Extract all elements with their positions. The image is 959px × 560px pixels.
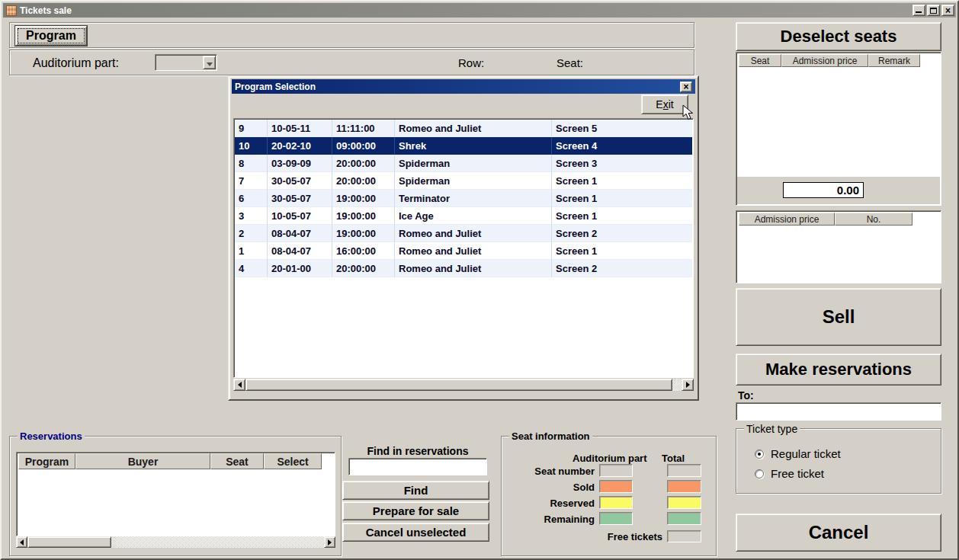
program-cell: Spiderman — [395, 172, 552, 190]
sell-button[interactable]: Sell — [736, 288, 941, 346]
minimize-button[interactable] — [912, 5, 925, 16]
seats-header-remark[interactable]: Remark — [868, 54, 920, 67]
program-cell: Romeo and Juliet — [395, 225, 552, 242]
program-cell: 16:00:00 — [332, 242, 395, 260]
price-header-admission-price[interactable]: Admission price — [739, 213, 835, 226]
scroll-right-button[interactable] — [682, 379, 694, 391]
scroll-right-button[interactable] — [324, 536, 335, 548]
program-cell: 19:00:00 — [332, 190, 395, 207]
scroll-left-button[interactable] — [233, 379, 245, 391]
find-input[interactable] — [348, 458, 487, 475]
deselect-seats-button[interactable]: Deselect seats — [736, 22, 941, 51]
res-header-buyer[interactable]: Buyer — [75, 453, 210, 469]
prepare-for-sale-button[interactable]: Prepare for sale — [342, 501, 489, 520]
program-cell: 20-02-10 — [268, 137, 332, 155]
program-button[interactable]: Program — [15, 26, 87, 46]
app-window: Tickets sale × Program Auditorium part: … — [0, 0, 959, 560]
ticket-type-title: Ticket type — [744, 423, 800, 435]
program-cell: 10 — [235, 137, 268, 155]
exit-button[interactable]: Exit — [641, 94, 688, 114]
program-cell: 6 — [235, 190, 268, 207]
app-icon — [6, 5, 17, 16]
free-tickets-value-box — [667, 530, 701, 542]
program-cell: Romeo and Juliet — [395, 260, 552, 277]
seat-label: Seat: — [556, 56, 583, 69]
total-value-box — [667, 496, 701, 509]
chevron-down-icon — [207, 62, 213, 66]
res-header-program[interactable]: Program — [18, 453, 75, 469]
program-row[interactable]: 803-09-0920:00:00SpidermanScreen 3 — [235, 155, 692, 172]
program-row[interactable]: 208-04-0719:00:00Romeo and JulietScreen … — [235, 225, 692, 242]
program-cell: Screen 5 — [552, 120, 692, 137]
scrollbar-thumb[interactable] — [27, 536, 111, 548]
program-selection-dialog: Program Selection × Exit 910-05-1111:11:… — [228, 75, 699, 401]
program-cell: 03-09-09 — [268, 155, 332, 172]
titlebar[interactable]: Tickets sale × — [3, 3, 956, 18]
program-cell: 3 — [235, 207, 268, 225]
program-cell: 10-05-07 — [268, 207, 332, 225]
maximize-icon — [930, 8, 937, 14]
auditorium-part-column-header: Auditorium part — [573, 453, 647, 464]
program-cell: Screen 1 — [552, 207, 692, 225]
seat-information-title: Seat information — [509, 430, 592, 442]
program-cell: 9 — [235, 120, 268, 137]
seats-header-admission-price[interactable]: Admission price — [781, 54, 868, 67]
to-input[interactable] — [736, 402, 941, 421]
program-cell: 8 — [235, 155, 268, 172]
scrollbar-thumb[interactable] — [245, 379, 672, 391]
ticket-type-option-label: Free ticket — [771, 467, 824, 480]
program-cell: 20:00:00 — [332, 260, 395, 277]
dialog-close-button[interactable]: × — [680, 82, 692, 92]
program-cell: Screen 2 — [552, 260, 692, 277]
radio-icon[interactable] — [755, 469, 764, 478]
program-cell: Screen 1 — [552, 242, 692, 260]
close-button[interactable]: × — [941, 5, 954, 16]
seats-header-seat[interactable]: Seat — [739, 54, 781, 67]
program-cell: 30-05-07 — [268, 172, 332, 190]
ticket-type-option[interactable]: Regular ticket — [755, 447, 841, 460]
program-cell: 10-05-11 — [268, 120, 332, 137]
exit-label-rest: it — [669, 98, 674, 110]
program-cell: Romeo and Juliet — [395, 242, 552, 260]
program-row[interactable]: 108-04-0716:00:00Romeo and JulietScreen … — [235, 242, 692, 260]
menu-bar: Program — [9, 22, 694, 48]
arrow-left-icon — [238, 382, 242, 388]
maximize-button[interactable] — [927, 5, 940, 16]
program-cell: 2 — [235, 225, 268, 242]
ticket-type-group: Ticket type Regular ticketFree ticket — [736, 428, 941, 494]
find-button[interactable]: Find — [342, 481, 489, 500]
program-cell: 19:00:00 — [332, 225, 395, 242]
scroll-left-button[interactable] — [16, 536, 27, 548]
program-row[interactable]: 730-05-0720:00:00SpidermanScreen 1 — [235, 172, 692, 190]
price-header-no[interactable]: No. — [835, 213, 912, 226]
radio-icon[interactable] — [755, 450, 764, 459]
combo-dropdown-button[interactable] — [203, 56, 216, 69]
program-row[interactable]: 1020-02-1009:00:00ShrekScreen 4 — [235, 137, 692, 155]
reservations-horizontal-scrollbar[interactable] — [16, 536, 335, 548]
program-cell: 7 — [235, 172, 268, 190]
program-cell: 20:00:00 — [332, 172, 395, 190]
make-reservations-button[interactable]: Make reservations — [736, 354, 941, 386]
program-row[interactable]: 310-05-0719:00:00Ice AgeScreen 1 — [235, 207, 692, 225]
res-header-select[interactable]: Select — [264, 453, 322, 469]
program-row[interactable]: 420-01-0020:00:00Romeo and JulietScreen … — [235, 260, 692, 277]
dialog-titlebar[interactable]: Program Selection × — [232, 79, 695, 94]
seat-info-row-label: Seat number — [502, 466, 595, 477]
cancel-button[interactable]: Cancel — [736, 514, 941, 552]
selection-bar: Auditorium part: Row: Seat: — [9, 50, 694, 75]
ticket-type-option[interactable]: Free ticket — [755, 467, 824, 480]
auditorium-part-select[interactable] — [155, 54, 217, 71]
free-tickets-label: Free tickets — [502, 531, 662, 542]
program-cell: Screen 3 — [552, 155, 692, 172]
dialog-title: Program Selection — [235, 82, 316, 92]
to-label: To: — [738, 389, 754, 402]
res-header-seat[interactable]: Seat — [210, 453, 264, 469]
dialog-horizontal-scrollbar[interactable] — [233, 379, 694, 391]
cancel-unselected-button[interactable]: Cancel unselected — [342, 523, 489, 542]
program-row[interactable]: 910-05-1111:11:00Romeo and JulietScreen … — [235, 120, 692, 137]
seat-info-row-label: Remaining — [502, 514, 595, 525]
row-label: Row: — [458, 56, 484, 69]
program-row[interactable]: 630-05-0719:00:00TerminatorScreen 1 — [235, 190, 692, 207]
program-cell: Ice Age — [395, 207, 552, 225]
program-cell: Screen 4 — [552, 137, 692, 155]
